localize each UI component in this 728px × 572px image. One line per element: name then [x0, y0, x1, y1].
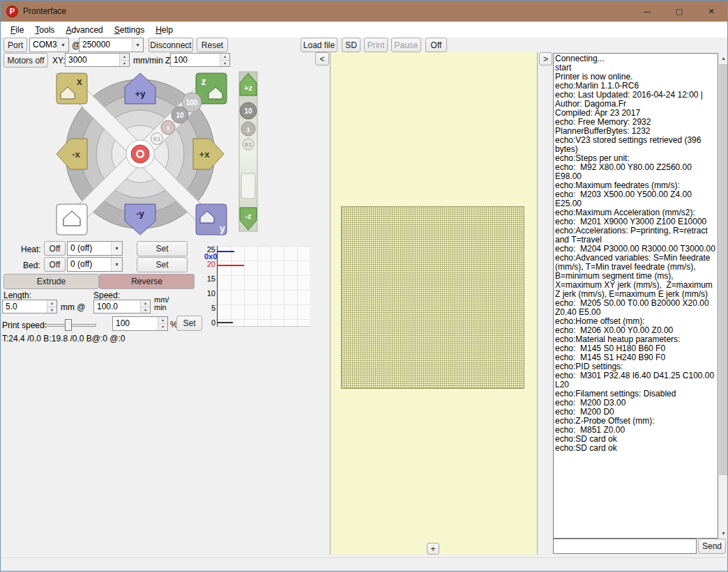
- menu-item[interactable]: Settings: [109, 22, 150, 38]
- print-button: Print: [364, 38, 388, 52]
- maximize-button[interactable]: ▢: [663, 1, 695, 22]
- log-line: echo: Last Updated: 2016-04-24 12:00 | A…: [555, 91, 716, 109]
- temp-graph: 25 20 15 10 5 0 0x0: [205, 243, 311, 331]
- scroll-down-icon[interactable]: ▼: [718, 528, 728, 539]
- jog-center-button[interactable]: [126, 140, 154, 168]
- jog-plus-x-button[interactable]: +x: [193, 139, 224, 169]
- z-feedrate-input[interactable]: 100 ▴ ▾: [170, 53, 230, 67]
- svg-text:-x: -x: [72, 149, 80, 160]
- extrude-speed-input[interactable]: 100.0 ▴ ▾: [93, 300, 151, 314]
- menu-item[interactable]: Tools: [29, 22, 60, 38]
- send-button[interactable]: Send: [698, 539, 726, 554]
- svg-text:z: z: [202, 76, 206, 87]
- heat-set-button[interactable]: Set: [137, 241, 188, 256]
- extrude-button[interactable]: Extrude: [3, 274, 99, 289]
- port-button[interactable]: Port: [3, 38, 27, 52]
- jog-minus-x-button[interactable]: -x: [56, 139, 87, 169]
- menu-item[interactable]: Advanced: [60, 22, 108, 38]
- reset-button[interactable]: Reset: [197, 38, 228, 52]
- collapse-right-button[interactable]: >: [539, 52, 552, 65]
- graph-tick: 10: [205, 289, 215, 297]
- svg-text:-y: -y: [136, 208, 144, 219]
- svg-text:y: y: [220, 223, 225, 234]
- bed-temp-select[interactable]: 0 (off) ▾: [67, 257, 123, 272]
- spinner-buttons[interactable]: ▴ ▾: [220, 54, 229, 66]
- mm-at-label: mm @: [61, 302, 86, 312]
- home-x-button[interactable]: x: [56, 73, 87, 104]
- load-file-button[interactable]: Load file: [301, 38, 338, 52]
- print-bed-viewer[interactable]: +: [330, 52, 538, 555]
- log-line: Connecting...: [555, 54, 716, 63]
- spin-down-icon: ▾: [141, 307, 150, 314]
- graph-target-label: 0x0: [204, 252, 217, 261]
- graph-tick: 5: [205, 304, 215, 312]
- spin-up-icon: ▴: [47, 300, 56, 307]
- print-speed-input[interactable]: 100 ▴ ▾: [112, 316, 168, 331]
- menu-item[interactable]: Help: [150, 22, 179, 38]
- motors-off-button[interactable]: Motors off: [3, 53, 48, 68]
- jog-pad: x z y +y -y -x: [51, 68, 232, 242]
- dropdown-arrow-icon[interactable]: ▾: [111, 242, 122, 255]
- spin-up-icon: ▴: [158, 317, 167, 324]
- disconnect-button[interactable]: Disconnect: [149, 38, 193, 52]
- spinner-buttons[interactable]: ▴ ▾: [140, 300, 150, 313]
- print-speed-set-button[interactable]: Set: [176, 316, 202, 331]
- svg-text:0.1: 0.1: [245, 142, 252, 147]
- bed-off-button[interactable]: Off: [44, 257, 66, 272]
- command-input[interactable]: [553, 539, 697, 554]
- log-line: echo:V23 stored settings retrieved (396 …: [555, 136, 716, 154]
- xy-feedrate-input[interactable]: 3000 ▴ ▾: [65, 53, 130, 67]
- baud-select[interactable]: 250000 ▾: [79, 38, 144, 52]
- extrude-length-input[interactable]: 5.0 ▴ ▾: [2, 300, 57, 314]
- minimize-button[interactable]: —: [631, 1, 663, 22]
- svg-text:10: 10: [176, 111, 184, 119]
- collapse-left-button[interactable]: <: [315, 52, 329, 65]
- dropdown-arrow-icon[interactable]: ▾: [132, 38, 143, 52]
- heat-temp-select[interactable]: 0 (off) ▾: [67, 241, 123, 256]
- z-bar-slider[interactable]: [241, 173, 255, 199]
- temp-graph-plot: [217, 246, 310, 327]
- zoom-in-button[interactable]: +: [427, 543, 439, 555]
- sd-button[interactable]: SD: [342, 38, 361, 52]
- log-line: echo: M92 X80.00 Y80.00 Z2560.00 E98.00: [555, 163, 716, 181]
- svg-text:+z: +z: [244, 84, 252, 92]
- log-line: echo:SD card ok: [555, 444, 716, 453]
- heat-off-button[interactable]: Off: [44, 241, 66, 256]
- log-output[interactable]: Connecting...startPrinter is now online.…: [553, 53, 718, 539]
- jog-plus-y-button[interactable]: +y: [125, 73, 156, 104]
- jog-minus-y-button[interactable]: -y: [125, 204, 156, 235]
- speed-label: Speed:: [93, 291, 120, 300]
- menu-item[interactable]: File: [5, 22, 29, 38]
- title-bar: P Pronterface — ▢ ✕: [1, 1, 727, 22]
- graph-tick: 0: [205, 318, 215, 327]
- print-speed-slider-thumb[interactable]: [65, 319, 72, 331]
- reverse-button[interactable]: Reverse: [99, 274, 195, 289]
- app-icon: P: [6, 6, 18, 17]
- z-step-01-badge: 0.1: [243, 139, 254, 150]
- close-button[interactable]: ✕: [695, 1, 727, 22]
- scrollbar-thumb[interactable]: [719, 64, 728, 475]
- bed-set-button[interactable]: Set: [137, 257, 188, 272]
- off-button[interactable]: Off: [425, 38, 447, 52]
- log-line: echo:Advanced variables: S=Min feedrate …: [555, 254, 716, 299]
- graph-tick: 20: [205, 260, 215, 268]
- dropdown-arrow-icon[interactable]: ▾: [111, 258, 122, 271]
- spinner-buttons[interactable]: ▴ ▾: [119, 54, 129, 66]
- spinner-buttons[interactable]: ▴ ▾: [47, 300, 56, 313]
- svg-text:1: 1: [246, 126, 250, 133]
- dropdown-arrow-icon[interactable]: ▾: [57, 38, 68, 52]
- port-select[interactable]: COM3 ▾: [29, 38, 69, 52]
- home-y-button[interactable]: y: [196, 204, 227, 235]
- spinner-buttons[interactable]: ▴ ▾: [158, 317, 167, 330]
- scroll-up-icon[interactable]: ▲: [718, 53, 728, 63]
- jog-step-10-badge: 10: [172, 107, 188, 123]
- svg-text:+y: +y: [135, 88, 146, 99]
- print-speed-label: Print speed:: [2, 320, 47, 330]
- pause-button: Pause: [391, 38, 421, 52]
- home-all-button[interactable]: [56, 204, 87, 235]
- mm-min-unit-label: mm/ min: [154, 296, 169, 311]
- xy-feedrate-label: XY:: [52, 56, 66, 65]
- log-line: echo:Accelerations: P=printing, R=retrac…: [555, 226, 716, 245]
- log-scrollbar[interactable]: ▲ ▼: [718, 53, 728, 539]
- log-line: echo: M205 S0.00 T0.00 B20000 X20.00 Z0.…: [555, 299, 716, 317]
